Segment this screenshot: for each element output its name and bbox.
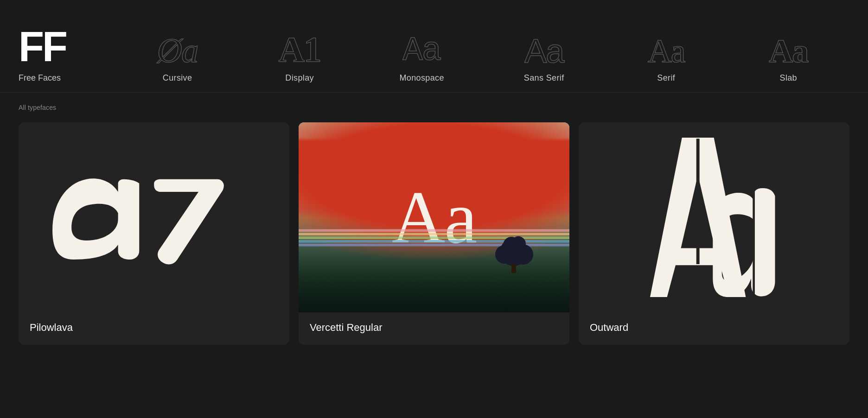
pilowlava-letters-svg <box>39 149 269 286</box>
serif-icon: Aa <box>648 34 685 68</box>
display-label: Display <box>285 73 314 83</box>
vercetti-preview: Aa <box>299 122 569 312</box>
free-faces-logo: FF <box>19 26 66 68</box>
nav-item-display[interactable]: A1 Display <box>238 0 361 92</box>
pilowlava-preview <box>19 122 289 312</box>
nav-item-slab[interactable]: Aa Slab <box>727 0 849 92</box>
svg-point-9 <box>511 236 526 251</box>
slab-label: Slab <box>780 73 797 83</box>
svg-rect-11 <box>696 139 700 264</box>
nav-item-cursive[interactable]: Øa Cursive <box>116 0 239 92</box>
font-card-vercetti[interactable]: Aa Vercetti Regular <box>299 122 569 345</box>
nav-item-free-faces[interactable]: FF Free Faces <box>19 0 116 92</box>
cursive-icon: Øa <box>157 33 198 68</box>
section-label: All typefaces <box>19 104 849 111</box>
svg-rect-10 <box>511 264 516 273</box>
free-faces-label: Free Faces <box>19 73 61 83</box>
nav-item-monospace[interactable]: Aa Monospace <box>361 0 483 92</box>
display-icon: A1 <box>278 32 320 68</box>
sans-serif-label: Sans Serif <box>524 73 564 83</box>
monospace-icon: Aa <box>402 34 440 68</box>
font-cards-grid: Pilowlava <box>19 122 849 345</box>
cursive-label: Cursive <box>163 73 192 83</box>
pilowlava-card-name: Pilowlava <box>19 312 289 345</box>
main-content: All typefaces Pilowlava <box>0 93 868 363</box>
tree-decoration-svg <box>486 229 542 275</box>
vercetti-card-name: Vercetti Regular <box>299 312 569 345</box>
font-card-outward[interactable]: Outward <box>579 122 849 345</box>
serif-label: Serif <box>657 73 675 83</box>
outward-preview <box>579 122 849 312</box>
category-nav: FF Free Faces Øa Cursive A1 Display Aa M… <box>0 0 868 93</box>
font-card-pilowlava[interactable]: Pilowlava <box>19 122 289 345</box>
sans-serif-icon: Aa <box>524 34 563 68</box>
slab-icon: Aa <box>769 34 808 68</box>
nav-item-sans-serif[interactable]: Aa Sans Serif <box>483 0 605 92</box>
nav-item-serif[interactable]: Aa Serif <box>605 0 728 92</box>
svg-rect-12 <box>753 189 755 295</box>
outward-letters-svg <box>639 127 788 308</box>
monospace-label: Monospace <box>400 73 444 83</box>
outward-card-name: Outward <box>579 312 849 345</box>
